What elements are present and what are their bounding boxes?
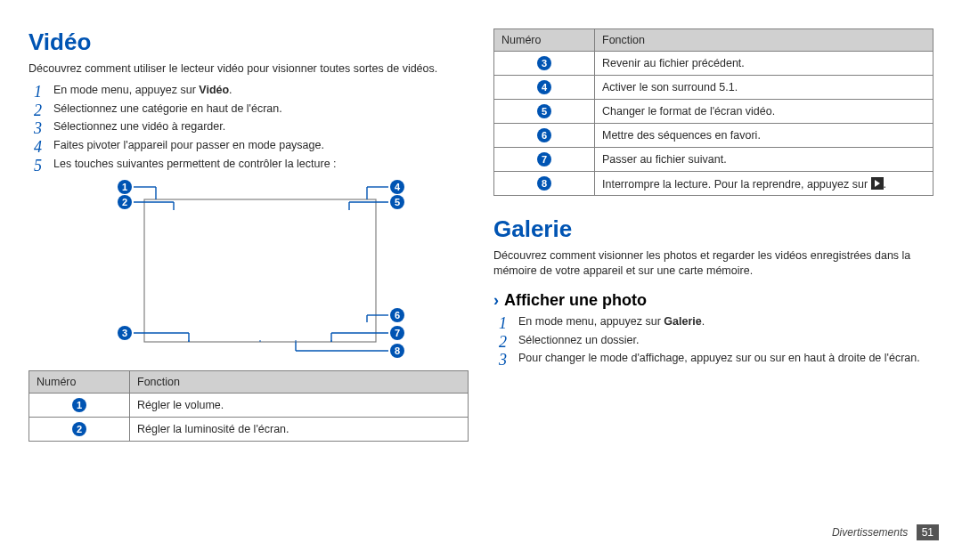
callout-7-icon: 7 (390, 326, 404, 340)
row-func: Revenir au fichier précédent. (595, 52, 933, 76)
table-row: 4 Activer le son surround 5.1. (494, 76, 933, 100)
row-func: Changer le format de l'écran vidéo. (595, 100, 933, 124)
intro-galerie: Découvrez comment visionner les photos e… (493, 248, 933, 279)
row-badge: 5 (537, 104, 551, 118)
callout-6-icon: 6 (390, 308, 404, 322)
step-text: Sélectionnez une catégorie en haut de l'… (53, 102, 282, 115)
row-badge: 8 (537, 176, 551, 191)
callout-1-icon: 1 (118, 180, 132, 194)
svg-rect-11 (153, 207, 367, 214)
callout-3-icon: 3 (118, 326, 132, 340)
row-badge: 6 (537, 128, 551, 142)
sub-title-afficher-photo: › Afficher une photo (493, 291, 933, 310)
row-badge: 4 (537, 80, 551, 94)
steps-galerie: En mode menu, appuyez sur Galerie. Sélec… (499, 313, 933, 367)
row-func: Passer au fichier suivant. (595, 148, 933, 172)
step-text: Les touches suivantes permettent de cont… (53, 158, 337, 170)
table-row: 2 Régler la luminosité de l'écran. (29, 417, 469, 441)
step-text: Pour changer le mode d'affichage, appuye… (518, 352, 920, 364)
row-badge: 2 (72, 422, 86, 436)
callout-5-icon: 5 (390, 195, 404, 209)
svg-rect-0 (144, 199, 376, 342)
step-text: En mode menu, appuyez sur (53, 84, 199, 96)
table-header-num: Numéro (494, 29, 595, 52)
table-header-func: Fonction (595, 29, 933, 52)
row-badge: 3 (537, 56, 551, 70)
footer-page: 51 (917, 524, 939, 540)
row-badge: 1 (72, 398, 86, 412)
table-row: 6 Mettre des séquences en favori. (494, 124, 933, 148)
step-bold: Vidéo (199, 84, 229, 96)
table-row: 1 Régler le volume. (29, 393, 469, 417)
function-table-right: Numéro Fonction 3 Revenir au fichier pré… (493, 28, 933, 196)
table-row: 8 Interrompre la lecture. Pour la repren… (494, 172, 933, 196)
row-func: Interrompre la lecture. Pour la reprendr… (595, 172, 933, 196)
callout-2-icon: 2 (118, 195, 132, 209)
table-row: 7 Passer au fichier suivant. (494, 148, 933, 172)
row-func: Mettre des séquences en favori. (595, 124, 933, 148)
intro-video: Découvrez comment utiliser le lecteur vi… (29, 61, 469, 77)
function-table-left: Numéro Fonction 1 Régler le volume. 2 Ré… (29, 370, 469, 442)
row-func: Régler le volume. (130, 393, 469, 417)
table-header-num: Numéro (29, 370, 130, 393)
steps-video: En mode menu, appuyez sur Vidéo. Sélecti… (34, 82, 469, 173)
table-row: 5 Changer le format de l'écran vidéo. (494, 100, 933, 124)
video-player-diagram: 1 2 3 4 5 6 7 8 (29, 183, 469, 361)
row-func: Activer le son surround 5.1. (595, 76, 933, 100)
play-icon (871, 177, 884, 190)
step-text: En mode menu, appuyez sur (518, 315, 664, 328)
footer-section: Divertissements (832, 526, 908, 539)
chevron-right-icon: › (493, 291, 499, 310)
callout-4-icon: 4 (390, 180, 404, 194)
section-title-video: Vidéo (29, 28, 469, 56)
callout-8-icon: 8 (390, 344, 404, 358)
section-title-galerie: Galerie (493, 215, 933, 243)
step-text: Sélectionnez une vidéo à regarder. (53, 120, 225, 133)
table-row: 3 Revenir au fichier précédent. (494, 52, 933, 76)
row-badge: 7 (537, 152, 551, 166)
row-func: Régler la luminosité de l'écran. (130, 417, 469, 441)
step-bold: Galerie (664, 315, 701, 328)
table-header-func: Fonction (130, 370, 469, 393)
page-footer: Divertissements 51 (0, 524, 962, 551)
step-text: Faites pivoter l'appareil pour passer en… (53, 139, 324, 151)
step-text: Sélectionnez un dossier. (518, 334, 640, 346)
